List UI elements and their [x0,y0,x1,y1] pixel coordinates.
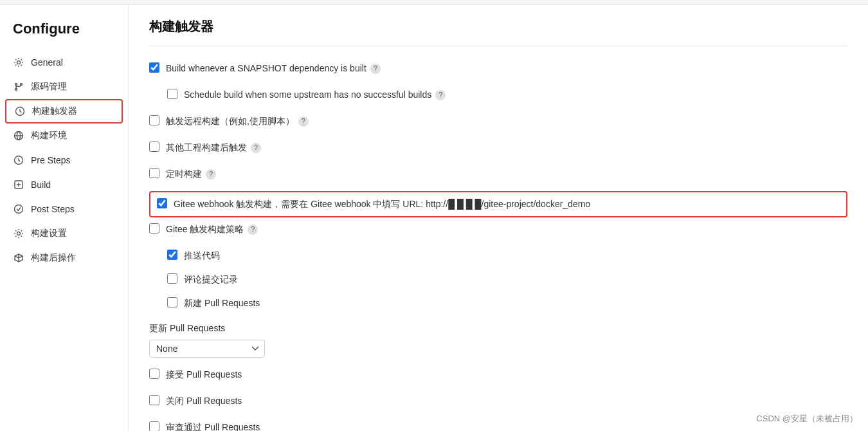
checkbox-snapshot[interactable] [149,62,159,73]
help-icon-timer[interactable]: ? [206,169,216,179]
sidebar-item-source-label: 源码管理 [31,81,67,93]
checkbox-row-comment: 评论提交记录 [167,270,847,289]
branch-icon [13,81,24,93]
label-other[interactable]: 其他工程构建后触发 ? [166,141,261,154]
poststeps-icon [13,203,24,215]
sidebar-item-postbuild-label: 构建后操作 [31,252,76,264]
sidebar-item-trigger-label: 构建触发器 [32,105,77,117]
checkbox-review-pr[interactable] [149,421,159,431]
svg-point-0 [17,61,21,64]
watermark: CSDN @安星（未被占用） [756,413,858,425]
help-icon-gitee-strategy[interactable]: ? [248,225,258,235]
build-icon [13,179,24,190]
svg-point-9 [15,205,23,214]
help-icon-other[interactable]: ? [251,143,261,153]
label-review-pr[interactable]: 审查通过 Pull Requests [166,421,260,431]
globe-icon [13,130,24,142]
sidebar-item-poststeps-label: Post Steps [31,204,75,214]
svg-point-1 [15,84,17,86]
label-snapshot[interactable]: Build whenever a SNAPSHOT dependency is … [166,62,381,75]
update-pr-select[interactable]: None Open Closed Merged [149,340,265,358]
sidebar-item-poststeps[interactable]: Post Steps [0,197,128,221]
help-icon-snapshot[interactable]: ? [370,64,381,74]
help-icon-schedule[interactable]: ? [435,90,446,100]
checkbox-other[interactable] [149,142,159,152]
sidebar-item-settings-label: 构建设置 [31,228,67,239]
sidebar-item-postbuild[interactable]: 构建后操作 [0,246,128,270]
label-comment[interactable]: 评论提交记录 [184,273,238,286]
checkbox-gitee-strategy[interactable] [149,223,159,234]
checkbox-row-gitee-strategy: Gitee 触发构建策略 ? [149,220,847,239]
clock-icon [14,105,26,117]
content-area: 构建触发器 Build whenever a SNAPSHOT dependen… [129,5,868,431]
label-close-pr[interactable]: 关闭 Pull Requests [166,394,242,408]
sidebar-item-general[interactable]: General [0,50,128,75]
checkbox-newpr[interactable] [167,297,177,307]
checkbox-row-gitee: Gitee webhook 触发构建，需要在 Gitee webhook 中填写… [149,191,847,217]
sidebar-item-build-label: Build [31,179,51,190]
checkbox-comment[interactable] [167,273,177,284]
presteps-icon [13,154,24,166]
checkbox-row-schedule: Schedule build when some upstream has no… [149,86,847,104]
sidebar-item-presteps-label: Pre Steps [31,155,70,165]
update-pr-select-row: None Open Closed Merged [149,340,847,358]
label-push[interactable]: 推送代码 [184,249,220,262]
sidebar-item-presteps[interactable]: Pre Steps [0,148,128,172]
checkbox-row-other: 其他工程构建后触发 ? [149,138,847,157]
checkbox-push[interactable] [167,250,177,260]
checkbox-close-pr[interactable] [149,395,159,405]
sidebar-item-source[interactable]: 源码管理 [0,75,128,99]
checkbox-schedule[interactable] [167,89,177,99]
checkbox-row-remote: 触发远程构建（例如,使用脚本） ? [149,112,847,131]
svg-point-10 [17,232,21,235]
sidebar-title: Configure [0,15,128,50]
checkbox-accept-pr[interactable] [149,369,159,379]
sidebar-item-build[interactable]: Build [0,172,128,197]
help-icon-remote[interactable]: ? [298,116,309,127]
sidebar: Configure General 源码管理 [0,5,129,431]
sidebar-item-settings[interactable]: 构建设置 [0,221,128,246]
sidebar-item-general-label: General [31,57,63,68]
label-remote[interactable]: 触发远程构建（例如,使用脚本） ? [166,115,309,128]
settings-icon [13,228,24,239]
gitee-sub-section: 推送代码 评论提交记录 新建 Pull Requests [167,246,847,313]
checkbox-row-snapshot: Build whenever a SNAPSHOT dependency is … [149,59,847,78]
checkbox-row-newpr: 新建 Pull Requests [167,294,847,313]
checkbox-remote[interactable] [149,115,159,125]
checkbox-timer[interactable] [149,168,159,178]
checkbox-row-timer: 定时构建 ? [149,165,847,183]
label-accept-pr[interactable]: 接受 Pull Requests [166,368,242,381]
label-schedule[interactable]: Schedule build when some upstream has no… [184,88,446,102]
sidebar-item-env[interactable]: 构建环境 [0,124,128,148]
label-gitee[interactable]: Gitee webhook 触发构建，需要在 Gitee webhook 中填写… [174,197,590,211]
checkbox-row-accept-pr: 接受 Pull Requests [149,365,847,384]
top-bar [0,0,868,5]
svg-point-2 [15,89,17,91]
label-timer[interactable]: 定时构建 ? [166,167,216,181]
label-gitee-strategy[interactable]: Gitee 触发构建策略 ? [166,223,258,236]
main-layout: Configure General 源码管理 [0,5,868,431]
sidebar-item-trigger[interactable]: 构建触发器 [5,99,123,124]
gear-icon [13,57,24,68]
checkbox-row-review-pr: 审查通过 Pull Requests [149,418,847,431]
box-icon [13,252,24,264]
label-newpr[interactable]: 新建 Pull Requests [184,297,260,310]
checkbox-gitee[interactable] [157,198,167,208]
checkbox-row-close-pr: 关闭 Pull Requests [149,392,847,410]
sidebar-item-env-label: 构建环境 [31,130,67,142]
update-pr-label: 更新 Pull Requests [149,323,847,335]
checkbox-row-push: 推送代码 [167,246,847,265]
page-title: 构建触发器 [149,5,847,46]
